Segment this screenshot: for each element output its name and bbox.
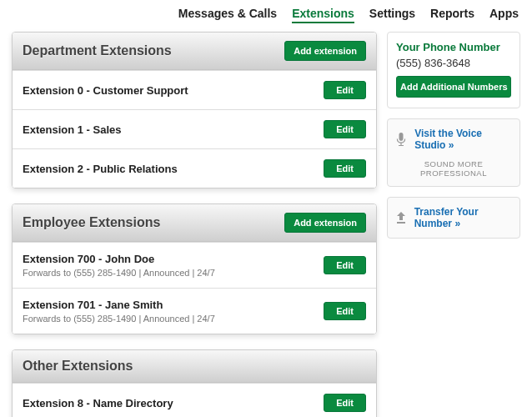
edit-button[interactable]: Edit xyxy=(324,159,366,178)
transfer-number-link-text: Transfer Your Number » xyxy=(414,206,513,229)
nav-reports[interactable]: Reports xyxy=(430,7,474,23)
extension-title: Extension 0 - Customer Support xyxy=(23,84,324,97)
add-additional-numbers-button[interactable]: Add Additional Numbers xyxy=(396,76,511,98)
extension-title: Extension 2 - Public Relations xyxy=(23,163,324,175)
transfer-number-card: Transfer Your Number » xyxy=(387,197,520,239)
phone-number-label: Your Phone Number xyxy=(396,41,511,53)
add-extension-button[interactable]: Add extension xyxy=(284,41,366,61)
panel-header: Employee Extensions Add extension xyxy=(13,204,376,242)
nav-settings[interactable]: Settings xyxy=(369,7,415,23)
extension-row: Extension 701 - Jane Smith Forwards to (… xyxy=(13,288,376,334)
extension-row: Extension 700 - John Doe Forwards to (55… xyxy=(13,242,376,288)
panel-title: Department Extensions xyxy=(23,43,172,58)
extension-title: Extension 700 - John Doe xyxy=(23,253,324,265)
nav-apps[interactable]: Apps xyxy=(489,7,519,23)
edit-button[interactable]: Edit xyxy=(324,81,366,99)
extension-title: Extension 1 - Sales xyxy=(23,123,324,136)
voice-studio-link[interactable]: Visit the Voice Studio » xyxy=(388,119,519,159)
phone-number-value: (555) 836-3648 xyxy=(396,57,511,69)
edit-button[interactable]: Edit xyxy=(324,394,366,412)
microphone-icon xyxy=(394,132,408,147)
extension-subtext: Forwards to (555) 285-1490 | Announced |… xyxy=(23,314,324,324)
edit-button[interactable]: Edit xyxy=(324,256,366,274)
transfer-icon xyxy=(394,210,408,225)
voice-studio-caption: SOUND MORE PROFESSIONAL xyxy=(388,159,519,186)
extension-title: Extension 701 - Jane Smith xyxy=(23,299,324,311)
extension-row: Extension 1 - Sales Edit xyxy=(13,109,376,148)
edit-button[interactable]: Edit xyxy=(324,302,366,320)
add-extension-button[interactable]: Add extension xyxy=(284,213,366,233)
extension-title: Extension 8 - Name Directory xyxy=(23,397,324,409)
sidebar: Your Phone Number (555) 836-3648 Add Add… xyxy=(387,32,520,417)
panel-header: Department Extensions Add extension xyxy=(13,33,376,70)
transfer-number-link[interactable]: Transfer Your Number » xyxy=(388,198,519,238)
phone-number-card: Your Phone Number (555) 836-3648 Add Add… xyxy=(387,32,520,108)
extension-subtext: Forwards to (555) 285-1490 | Announced |… xyxy=(23,268,324,278)
panel-header: Other Extensions xyxy=(13,350,376,383)
voice-studio-link-text: Visit the Voice Studio » xyxy=(414,128,513,151)
panel-title: Other Extensions xyxy=(23,359,133,374)
panel-title: Employee Extensions xyxy=(23,215,160,230)
other-extensions-panel: Other Extensions Extension 8 - Name Dire… xyxy=(12,349,377,417)
edit-button[interactable]: Edit xyxy=(324,120,366,138)
top-nav: Messages & Calls Extensions Settings Rep… xyxy=(0,0,532,32)
department-extensions-panel: Department Extensions Add extension Exte… xyxy=(12,32,377,188)
voice-studio-card: Visit the Voice Studio » SOUND MORE PROF… xyxy=(387,118,520,187)
nav-extensions[interactable]: Extensions xyxy=(292,7,354,23)
extension-row: Extension 0 - Customer Support Edit xyxy=(13,70,376,109)
extension-row: Extension 8 - Name Directory Edit xyxy=(13,383,376,417)
nav-messages-calls[interactable]: Messages & Calls xyxy=(178,7,277,23)
main-column: Department Extensions Add extension Exte… xyxy=(12,32,377,417)
extension-row: Extension 2 - Public Relations Edit xyxy=(13,148,376,188)
employee-extensions-panel: Employee Extensions Add extension Extens… xyxy=(12,203,377,334)
